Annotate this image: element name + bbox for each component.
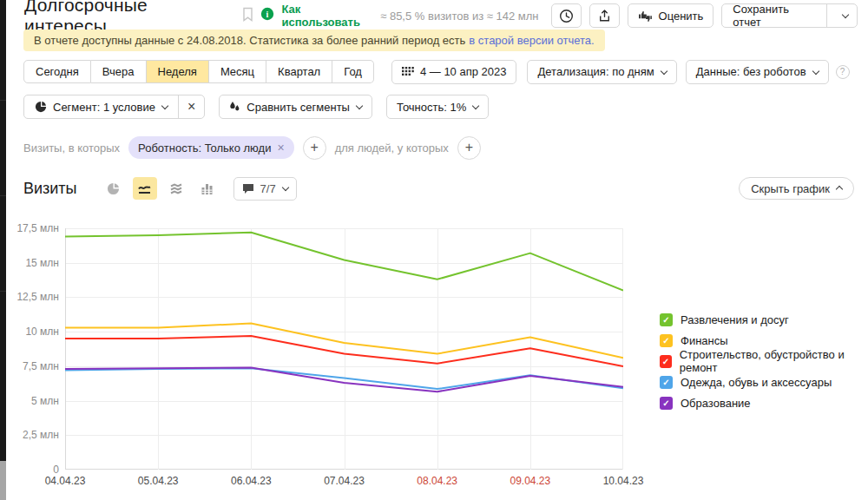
export-button[interactable] bbox=[589, 3, 620, 28]
legend-label: Финансы bbox=[681, 334, 728, 347]
data-source-label: Данные: без роботов bbox=[696, 65, 806, 78]
tab-week[interactable]: Неделя bbox=[147, 60, 209, 83]
chevron-down-icon bbox=[661, 67, 667, 74]
tab-year[interactable]: Год bbox=[332, 60, 374, 83]
legend-checkbox-icon[interactable]: ✓ bbox=[660, 313, 673, 326]
chevron-down-icon bbox=[281, 184, 288, 191]
how-to-use-link[interactable]: Как использовать bbox=[282, 3, 381, 29]
compare-segments-button[interactable]: Сравнить сегменты bbox=[219, 95, 372, 119]
series-line bbox=[65, 367, 623, 391]
speech-bubble-icon bbox=[242, 183, 254, 194]
column-chart-type-button[interactable] bbox=[195, 177, 220, 200]
hide-chart-button[interactable]: Скрыть график bbox=[739, 177, 854, 200]
series-count-label: 7/7 bbox=[260, 182, 276, 195]
visits-chart-plot[interactable] bbox=[65, 228, 623, 470]
legend-item[interactable]: ✓Одежда, обувь и аксессуары bbox=[660, 372, 868, 392]
data-source-select[interactable]: Данные: без роботов bbox=[686, 60, 829, 84]
y-tick-label: 10 млн bbox=[3, 326, 59, 338]
save-report-menu-button[interactable] bbox=[826, 4, 857, 27]
x-tick-label: 04.04.23 bbox=[35, 475, 95, 487]
legend-label: Строительство, обустройство и ремонт bbox=[680, 348, 868, 374]
detail-select-label: Детализация: по дням bbox=[537, 65, 654, 78]
report-header: Долгосрочные интересы i Как использовать… bbox=[24, 3, 858, 28]
filter-row: Визиты, в которых Роботность: Только люд… bbox=[23, 136, 481, 159]
close-icon: × bbox=[187, 99, 195, 115]
legend-checkbox-icon[interactable]: ✓ bbox=[660, 334, 673, 347]
legend-item[interactable]: ✓Развлечения и досуг bbox=[660, 309, 868, 330]
compare-segments-label: Сравнить сегменты bbox=[247, 101, 350, 114]
series-line bbox=[65, 368, 623, 389]
info-icon: i bbox=[260, 7, 274, 24]
pie-segment-icon bbox=[35, 101, 47, 113]
add-visit-condition-button[interactable]: + bbox=[303, 136, 326, 160]
tab-yesterday[interactable]: Вчера bbox=[91, 60, 147, 83]
tab-today[interactable]: Сегодня bbox=[23, 60, 91, 83]
legend-item[interactable]: ✓Образование bbox=[660, 392, 868, 413]
legend-checkbox-icon[interactable]: ✓ bbox=[660, 397, 673, 410]
chart-header: Визиты 7/7 bbox=[23, 176, 297, 201]
date-range-button[interactable]: 4 — 10 апр 2023 bbox=[391, 60, 517, 84]
segment-split-button: Сегмент: 1 условие × bbox=[23, 95, 205, 119]
y-tick-label: 15 млн bbox=[3, 257, 59, 269]
accuracy-label: Точность: 1% bbox=[397, 101, 466, 114]
banner-text: В отчете доступны данные с 24.08.2018. С… bbox=[34, 34, 465, 47]
robots-filter-chip[interactable]: Роботность: Только люди × bbox=[128, 136, 294, 159]
period-controls: Сегодня Вчера Неделя Месяц Квартал Год 4… bbox=[23, 60, 850, 83]
save-report-button[interactable]: Сохранить отчет bbox=[722, 4, 826, 27]
x-tick-label: 10.04.23 bbox=[593, 475, 654, 487]
legend-label: Образование bbox=[681, 397, 751, 410]
rate-button[interactable]: Оценить bbox=[628, 3, 714, 28]
close-icon[interactable]: × bbox=[277, 141, 284, 155]
clock-icon bbox=[559, 9, 574, 23]
tab-quarter[interactable]: Квартал bbox=[266, 60, 332, 83]
segment-button-label: Сегмент: 1 условие bbox=[53, 101, 155, 114]
x-tick-label: 08.04.23 bbox=[407, 475, 468, 487]
y-tick-label: 0 bbox=[3, 464, 59, 476]
chevron-up-icon bbox=[836, 186, 843, 193]
old-report-link[interactable]: в старой версии отчета. bbox=[469, 34, 594, 47]
y-tick-label: 2,5 млн bbox=[3, 429, 59, 441]
hide-chart-label: Скрыть график bbox=[751, 182, 830, 195]
tab-month[interactable]: Месяц bbox=[209, 60, 266, 83]
chevron-down-icon bbox=[472, 102, 479, 109]
line-chart-icon bbox=[137, 181, 152, 195]
series-count-dropdown[interactable]: 7/7 bbox=[233, 177, 297, 201]
edge-divider bbox=[0, 195, 6, 196]
segment-clear-button[interactable]: × bbox=[178, 95, 204, 118]
segment-button[interactable]: Сегмент: 1 условие bbox=[24, 95, 178, 118]
history-button[interactable] bbox=[551, 3, 582, 28]
chevron-down-icon bbox=[356, 102, 363, 109]
detail-select[interactable]: Детализация: по дням bbox=[527, 60, 676, 84]
x-tick-label: 09.04.23 bbox=[500, 475, 561, 487]
line-chart-type-button[interactable] bbox=[133, 177, 157, 200]
accuracy-select[interactable]: Точность: 1% bbox=[386, 95, 489, 119]
thumbs-icon bbox=[638, 10, 653, 22]
left-window-edge bbox=[0, 0, 6, 500]
columns-icon bbox=[201, 182, 214, 195]
robots-filter-label: Роботность: Только люди bbox=[138, 141, 271, 155]
period-tab-group: Сегодня Вчера Неделя Месяц Квартал Год bbox=[23, 60, 374, 83]
y-tick-label: 17,5 млн bbox=[3, 222, 59, 234]
legend-checkbox-icon[interactable]: ✓ bbox=[660, 355, 672, 368]
series-line bbox=[65, 336, 623, 366]
data-availability-banner: В отчете доступны данные с 24.08.2018. С… bbox=[23, 30, 605, 51]
add-people-condition-button[interactable]: + bbox=[457, 136, 481, 160]
legend-item[interactable]: ✓Строительство, обустройство и ремонт bbox=[660, 351, 868, 372]
y-tick-label: 7,5 млн bbox=[3, 360, 59, 372]
save-report-split-button: Сохранить отчет bbox=[721, 3, 858, 28]
series-line bbox=[65, 233, 623, 291]
visits-sample-summary: ≈ 85,5 % визитов из ≈ 142 млн bbox=[380, 10, 538, 23]
export-icon bbox=[597, 9, 612, 23]
visits-filter-label: Визиты, в которых bbox=[23, 141, 120, 155]
legend-checkbox-icon[interactable]: ✓ bbox=[660, 376, 673, 389]
x-tick-label: 05.04.23 bbox=[128, 475, 188, 487]
people-filter-label: для людей, у которых bbox=[335, 141, 449, 155]
bookmark-icon[interactable] bbox=[241, 7, 254, 25]
area-chart-type-button[interactable] bbox=[164, 177, 188, 200]
chart-legend: ✓Развлечения и досуг✓Финансы✓Строительст… bbox=[660, 309, 868, 413]
svg-text:i: i bbox=[266, 10, 268, 19]
help-icon[interactable]: ? bbox=[836, 65, 850, 79]
pie-chart-type-button[interactable] bbox=[102, 177, 126, 200]
legend-label: Одежда, обувь и аксессуары bbox=[681, 376, 832, 389]
chevron-down-icon bbox=[161, 102, 168, 109]
